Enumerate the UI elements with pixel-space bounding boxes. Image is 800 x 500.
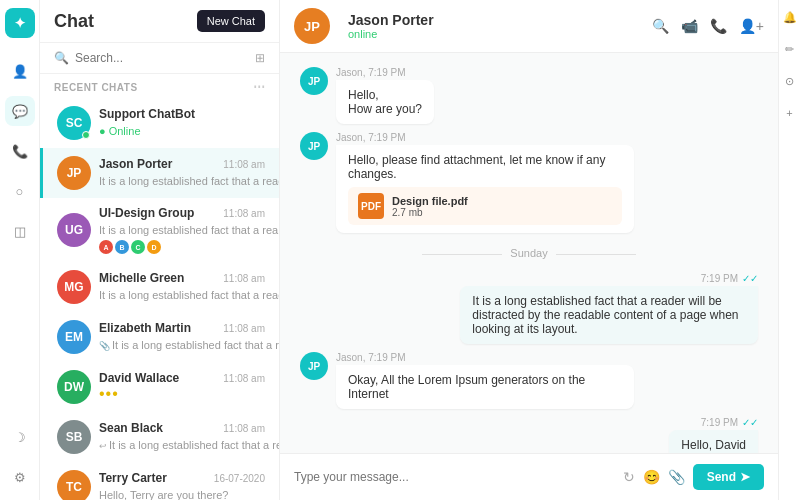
chat-preview: 📎It is a long established fact that a re… xyxy=(99,339,279,351)
list-item[interactable]: JP Jason Porter 11:08 am It is a long es… xyxy=(40,148,279,198)
refresh-icon[interactable]: ↻ xyxy=(623,469,635,485)
avatar: DW xyxy=(57,370,91,404)
right-plus-icon[interactable]: + xyxy=(781,104,799,122)
chat-input-area: ↻ 😊 📎 Send ➤ xyxy=(280,453,778,500)
message-content: Jason, 7:19 PM Okay, All the Lorem Ipsum… xyxy=(336,352,634,409)
avatar: TC xyxy=(57,470,91,500)
group-avatars: A B C D xyxy=(99,240,265,254)
message-bubble: Hello, David xyxy=(669,430,758,453)
message-bubble: Hello, please find attachment, let me kn… xyxy=(336,145,634,233)
list-item[interactable]: DW David Wallace 11:08 am ••• xyxy=(40,362,279,412)
video-action-icon[interactable]: 📹 xyxy=(681,18,698,34)
message-row: JP Jason, 7:19 PM Okay, All the Lorem Ip… xyxy=(300,352,758,409)
sidebar-title: Chat xyxy=(54,11,94,32)
chat-name: David Wallace xyxy=(99,371,179,385)
chat-info: Elizabeth Martin 11:08 am 📎It is a long … xyxy=(99,321,265,353)
message-input[interactable] xyxy=(294,470,615,484)
message-bubble: Hello,How are you? xyxy=(336,80,434,124)
chat-time: 11:08 am xyxy=(223,423,265,434)
chat-preview: ● Online xyxy=(99,125,141,137)
chat-info: Terry Carter 16-07-2020 Hello, Terry are… xyxy=(99,471,265,500)
chat-preview: ••• xyxy=(99,385,119,402)
chat-preview: It is a long established fact that a rea… xyxy=(99,289,279,301)
message-content: 7:19 PM ✓✓ It is a long established fact… xyxy=(460,273,758,344)
nav-person-icon[interactable]: 👤 xyxy=(5,56,35,86)
contact-avatar: JP xyxy=(294,8,330,44)
message-row: 7:19 PM ✓✓ Hello, David xyxy=(300,417,758,453)
chat-name: Sean Black xyxy=(99,421,163,435)
right-bell-icon[interactable]: 🔔 xyxy=(781,8,799,26)
nav-moon-icon[interactable]: ☽ xyxy=(5,422,35,452)
message-sender-time: Jason, 7:19 PM xyxy=(336,132,634,143)
nav-settings-icon[interactable]: ⚙ xyxy=(5,462,35,492)
contact-name: Jason Porter xyxy=(348,12,434,28)
attach-icon[interactable]: 📎 xyxy=(668,469,685,485)
message-avatar: JP xyxy=(300,132,328,160)
mini-avatar: A xyxy=(99,240,113,254)
search-bar: 🔍 ⊞ xyxy=(40,43,279,74)
message-row: 7:19 PM ✓✓ It is a long established fact… xyxy=(300,273,758,344)
grid-icon[interactable]: ⊞ xyxy=(255,51,265,65)
mini-avatar: C xyxy=(131,240,145,254)
avatar: EM xyxy=(57,320,91,354)
attachment-box[interactable]: PDF Design file.pdf 2.7 mb xyxy=(348,187,622,225)
list-item[interactable]: TC Terry Carter 16-07-2020 Hello, Terry … xyxy=(40,462,279,500)
send-button[interactable]: Send ➤ xyxy=(693,464,764,490)
phone-action-icon[interactable]: 📞 xyxy=(710,18,727,34)
message-row: JP Jason, 7:19 PM Hello, please find att… xyxy=(300,132,758,233)
section-label: RECENT CHATS ⋯ xyxy=(40,74,279,98)
nav-layers-icon[interactable]: ◫ xyxy=(5,216,35,246)
chat-info: UI-Design Group 11:08 am It is a long es… xyxy=(99,206,265,254)
chat-preview: It is a long established fact that a rea… xyxy=(99,175,279,187)
chat-main: JP Jason Porter online 🔍 📹 📞 👤+ JP Jason… xyxy=(280,0,778,500)
chat-info: Support ChatBot ● Online xyxy=(99,107,265,139)
chat-info: Michelle Green 11:08 am It is a long est… xyxy=(99,271,265,303)
read-check-icon: ✓✓ xyxy=(742,417,758,428)
top-actions: 🔍 📹 📞 👤+ xyxy=(652,18,764,34)
chat-name: Jason Porter xyxy=(99,157,172,171)
new-chat-button[interactable]: New Chat xyxy=(197,10,265,32)
nav-phone-icon[interactable]: 📞 xyxy=(5,136,35,166)
search-input[interactable] xyxy=(75,51,255,65)
chat-info: Sean Black 11:08 am ↩It is a long establ… xyxy=(99,421,265,453)
read-check-icon: ✓✓ xyxy=(742,273,758,284)
emoji-icon[interactable]: 😊 xyxy=(643,469,660,485)
contact-info: JP Jason Porter online xyxy=(294,8,434,44)
nav-circle-icon[interactable]: ○ xyxy=(5,176,35,206)
nav-chat-icon[interactable]: 💬 xyxy=(5,96,35,126)
chat-name: Terry Carter xyxy=(99,471,167,485)
message-avatar: JP xyxy=(300,67,328,95)
chat-name: Elizabeth Martin xyxy=(99,321,191,335)
chat-name: UI-Design Group xyxy=(99,206,194,220)
message-content: 7:19 PM ✓✓ Hello, David xyxy=(669,417,758,453)
sidebar: Chat New Chat 🔍 ⊞ RECENT CHATS ⋯ SC Supp… xyxy=(40,0,280,500)
add-contact-action-icon[interactable]: 👤+ xyxy=(739,18,764,34)
list-item[interactable]: UG UI-Design Group 11:08 am It is a long… xyxy=(40,198,279,262)
day-divider: Sunday xyxy=(300,247,758,259)
chat-preview: It is a long established fact that a rea… xyxy=(99,224,279,236)
attachment-size: 2.7 mb xyxy=(392,207,468,218)
list-item[interactable]: MG Michelle Green 11:08 am It is a long … xyxy=(40,262,279,312)
attachment-name: Design file.pdf xyxy=(392,195,468,207)
chat-info: David Wallace 11:08 am ••• xyxy=(99,371,265,403)
message-time: 7:19 PM ✓✓ xyxy=(460,273,758,284)
list-item[interactable]: EM Elizabeth Martin 11:08 am 📎It is a lo… xyxy=(40,312,279,362)
chat-name: Support ChatBot xyxy=(99,107,195,121)
message-bubble: It is a long established fact that a rea… xyxy=(460,286,758,344)
sidebar-header: Chat New Chat xyxy=(40,0,279,43)
chat-top-bar: JP Jason Porter online 🔍 📹 📞 👤+ xyxy=(280,0,778,53)
right-pencil-icon[interactable]: ✏ xyxy=(781,40,799,58)
chat-preview: Hello, Terry are you there? xyxy=(99,489,228,500)
search-action-icon[interactable]: 🔍 xyxy=(652,18,669,34)
avatar: JP xyxy=(57,156,91,190)
list-item[interactable]: SC Support ChatBot ● Online xyxy=(40,98,279,148)
avatar: SB xyxy=(57,420,91,454)
chat-info: Jason Porter 11:08 am It is a long estab… xyxy=(99,157,265,189)
section-menu-icon[interactable]: ⋯ xyxy=(253,80,266,94)
chat-time: 11:08 am xyxy=(223,323,265,334)
online-indicator xyxy=(82,131,90,139)
brand-icon[interactable]: ✦ xyxy=(5,8,35,38)
message-bubble: Okay, All the Lorem Ipsum generators on … xyxy=(336,365,634,409)
right-github-icon[interactable]: ⊙ xyxy=(781,72,799,90)
list-item[interactable]: SB Sean Black 11:08 am ↩It is a long est… xyxy=(40,412,279,462)
